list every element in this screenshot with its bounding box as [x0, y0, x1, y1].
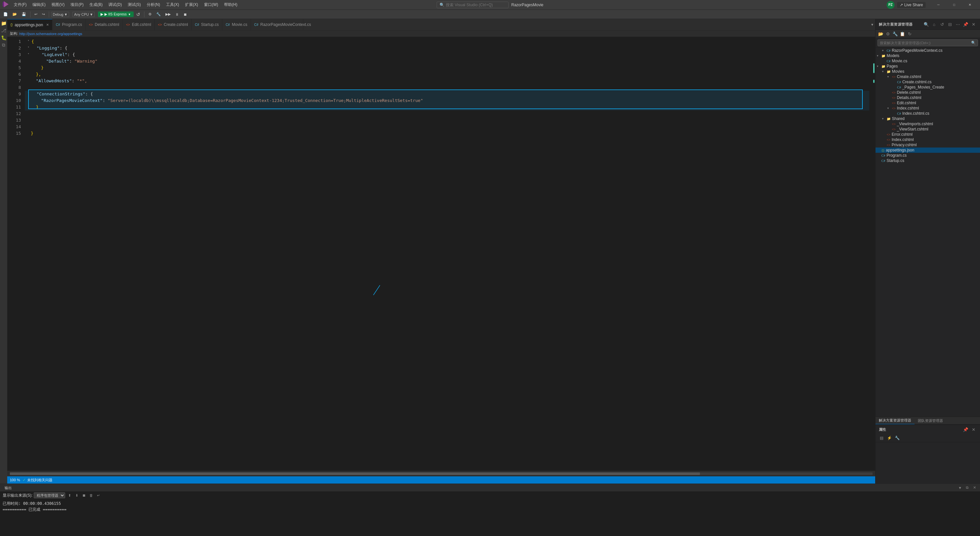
- tab-edit[interactable]: <> Edit.cshtml: [123, 19, 154, 30]
- horizontal-scrollbar[interactable]: [7, 471, 875, 476]
- tree-item-appsettings[interactable]: {} appsettings.json: [875, 148, 980, 153]
- activity-git[interactable]: ⎇: [1, 27, 6, 34]
- code-editor[interactable]: 123456789101112131415 ▾{▾ "Logging": {▾ …: [7, 37, 875, 471]
- sidebar-search-box[interactable]: 🔍: [878, 39, 978, 46]
- sidebar-search-input[interactable]: [880, 41, 970, 45]
- menu-tools[interactable]: 工具(X): [164, 1, 182, 8]
- toolbar-extra-3[interactable]: ▶▶: [164, 11, 173, 17]
- refresh-btn[interactable]: ↺: [134, 11, 142, 18]
- tree-item-index-cshtml-cs[interactable]: C# Index.cshtml.cs: [875, 111, 980, 116]
- menu-extensions[interactable]: 扩展(X): [183, 1, 201, 8]
- tree-item-index-cshtml[interactable]: ▾ <> Index.cshtml: [875, 105, 980, 111]
- output-wrap-btn[interactable]: ↵: [95, 492, 101, 498]
- menu-edit[interactable]: 编辑(E): [30, 1, 48, 8]
- activity-explorer[interactable]: 📁: [1, 20, 6, 26]
- tree-item-error-cshtml[interactable]: <> Error.cshtml: [875, 132, 980, 137]
- tab-appsettings[interactable]: {} appsettings.json ✕: [7, 19, 52, 30]
- tab-razorcontext[interactable]: C# RazorPagesMovieContext.cs: [251, 19, 303, 30]
- sidebar-home-btn[interactable]: ⌂: [931, 21, 937, 27]
- tree-item-pages-movies-create[interactable]: C# _Pages_Movies_Create: [875, 85, 980, 90]
- undo-btn[interactable]: ↩: [32, 11, 39, 17]
- sidebar-search-btn[interactable]: 🔍: [923, 21, 929, 27]
- output-scroll-top[interactable]: ⬆: [67, 492, 72, 498]
- sidebar-tb-5[interactable]: ↻: [906, 30, 913, 37]
- sidebar-pin-btn[interactable]: 📌: [963, 21, 969, 27]
- close-button[interactable]: ✕: [963, 0, 977, 10]
- prop-icon-1[interactable]: ▤: [878, 435, 885, 441]
- menu-help[interactable]: 帮助(H): [221, 1, 240, 8]
- tree-item-movies-folder[interactable]: ▾ 📁 Movies: [875, 69, 980, 74]
- output-clear-btn[interactable]: 🗑: [88, 492, 94, 498]
- code-content[interactable]: ▾{▾ "Logging": {▾ "LogLevel": { "Default…: [24, 37, 870, 471]
- solution-tree[interactable]: ▾ C# RazorPagesMovieContext.cs ▾ 📁 Model…: [875, 48, 980, 417]
- tabs-overflow-btn[interactable]: ▾: [869, 19, 875, 30]
- fold-btn-2[interactable]: ▾: [26, 45, 31, 49]
- output-stop-btn[interactable]: ⏹: [81, 492, 87, 498]
- fold-btn-3[interactable]: ▾: [26, 51, 31, 56]
- global-search-box[interactable]: 🔍: [437, 2, 509, 8]
- menu-analyze[interactable]: 分析(N): [144, 1, 163, 8]
- menu-project[interactable]: 项目(P): [68, 1, 86, 8]
- tree-item-razorcontext[interactable]: ▾ C# RazorPagesMovieContext.cs: [875, 48, 980, 53]
- sidebar-tb-2[interactable]: ⚙: [885, 30, 891, 37]
- debug-config-dropdown[interactable]: Debug ▼: [51, 12, 69, 17]
- tree-item-program-cs[interactable]: C# Program.cs: [875, 153, 980, 158]
- tree-item-models[interactable]: ▾ 📁 Models: [875, 53, 980, 58]
- sidebar-tb-4[interactable]: 📋: [899, 30, 906, 37]
- sidebar-tb-1[interactable]: 📂: [878, 30, 884, 37]
- output-collapse-btn[interactable]: ▼: [957, 485, 963, 491]
- toolbar-extra-1[interactable]: ⚙: [146, 11, 154, 17]
- menu-build[interactable]: 生成(B): [87, 1, 105, 8]
- output-float-btn[interactable]: ⧉: [964, 485, 970, 491]
- tree-item-shared[interactable]: ▾ 📁 Shared: [875, 116, 980, 121]
- tab-close-appsettings[interactable]: ✕: [46, 23, 49, 27]
- activity-extensions[interactable]: ⧉: [1, 42, 6, 48]
- sidebar-collapse-btn[interactable]: ⊟: [947, 21, 953, 27]
- fold-btn-1[interactable]: ▾: [26, 38, 31, 43]
- output-scroll-bottom[interactable]: ⬇: [74, 492, 80, 498]
- tab-startup[interactable]: C# Startup.cs: [192, 19, 223, 30]
- toolbar-extra-4[interactable]: ⏸: [173, 12, 181, 17]
- maximize-button[interactable]: □: [947, 0, 962, 10]
- activity-debug[interactable]: 🐛: [1, 35, 6, 41]
- menu-test[interactable]: 测试(S): [125, 1, 143, 8]
- output-source-select[interactable]: 程序包管理器: [34, 492, 65, 498]
- tree-item-movie-cs[interactable]: C# Movie.cs: [875, 58, 980, 64]
- h-scroll-thumb[interactable]: [10, 472, 700, 475]
- menu-file[interactable]: 文件(F): [11, 1, 29, 8]
- tree-item-details-cshtml[interactable]: <> Details.cshtml: [875, 95, 980, 100]
- tree-item-viewstart[interactable]: <> _ViewStart.cshtml: [875, 126, 980, 132]
- prop-pin-btn[interactable]: 📌: [963, 426, 969, 433]
- minimize-button[interactable]: ─: [931, 0, 946, 10]
- tab-create[interactable]: <> Create.cshtml: [154, 19, 192, 30]
- tree-item-startup-cs[interactable]: C# Startup.cs: [875, 158, 980, 163]
- schema-url[interactable]: http://json.schemastore.org/appsettings: [19, 32, 82, 36]
- tree-item-index2-cshtml[interactable]: <> Index.cshtml: [875, 137, 980, 142]
- sidebar-more-btn[interactable]: ⋯: [955, 21, 961, 27]
- global-search-input[interactable]: [446, 3, 498, 7]
- toolbar-extra-2[interactable]: 🔧: [154, 11, 163, 17]
- menu-view[interactable]: 视图(V): [49, 1, 67, 8]
- menu-debug[interactable]: 调试(D): [106, 1, 124, 8]
- tab-program[interactable]: C# Program.cs: [52, 19, 86, 30]
- tree-item-edit-cshtml[interactable]: <> Edit.cshtml: [875, 100, 980, 105]
- sidebar-refresh-btn[interactable]: ↺: [939, 21, 945, 27]
- h-scroll-track[interactable]: [10, 472, 873, 475]
- sidebar-close-btn[interactable]: ✕: [970, 21, 977, 27]
- save-btn[interactable]: 💾: [20, 11, 28, 17]
- output-close-btn[interactable]: ✕: [972, 485, 977, 491]
- prop-close-btn[interactable]: ✕: [970, 426, 977, 433]
- live-share-button[interactable]: ↗ Live Share: [897, 2, 926, 8]
- run-button[interactable]: ▶ ▶ IIS Express ▼: [98, 11, 133, 17]
- tab-details[interactable]: <> Details.cshtml: [86, 19, 123, 30]
- tree-item-viewimports[interactable]: <> _ViewImports.cshtml: [875, 121, 980, 126]
- prop-icon-2[interactable]: ⚡: [886, 435, 892, 441]
- tree-item-privacy-cshtml[interactable]: <> Privacy.cshtml: [875, 142, 980, 148]
- open-btn[interactable]: 📂: [11, 11, 19, 17]
- menu-window[interactable]: 窗口(W): [201, 1, 221, 8]
- new-btn[interactable]: 📄: [1, 11, 10, 17]
- toolbar-extra-5[interactable]: ⏹: [181, 12, 189, 17]
- tab-solution-explorer[interactable]: 解决方案资源管理器: [875, 417, 915, 424]
- sidebar-tb-3[interactable]: 🔧: [892, 30, 899, 37]
- cpu-config-dropdown[interactable]: Any CPU ▼: [72, 12, 95, 17]
